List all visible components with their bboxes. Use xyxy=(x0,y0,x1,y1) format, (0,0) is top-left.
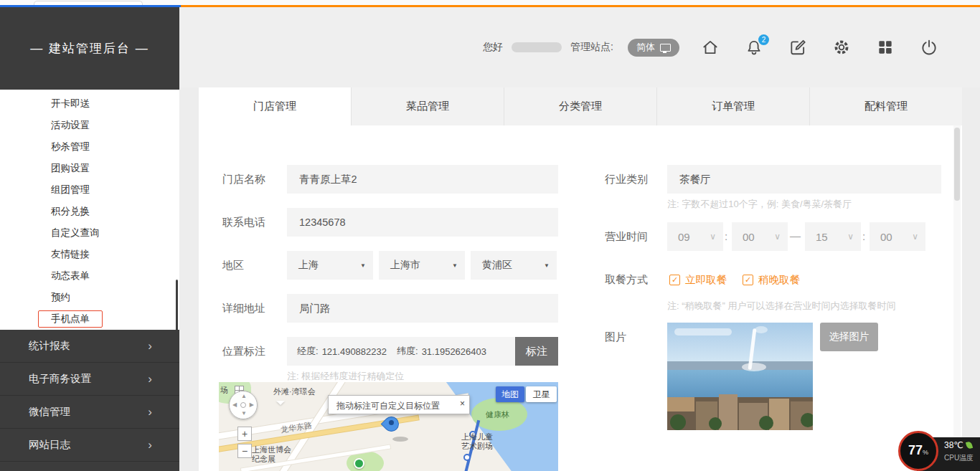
pan-center[interactable] xyxy=(240,402,246,408)
industry-input[interactable] xyxy=(667,165,941,194)
dropdown-arrow-icon: ▼ xyxy=(360,262,366,269)
pan-left-icon[interactable]: ◀ xyxy=(232,402,237,408)
pan-up-icon[interactable]: ▲ xyxy=(241,394,247,399)
city-select[interactable]: 上海市 ▼ xyxy=(379,251,465,280)
pickup-immediate-option[interactable]: ✓ 立即取餐 xyxy=(669,273,727,287)
tab-ingredient-management[interactable]: 配料管理 xyxy=(810,87,962,125)
chevron-right-icon: › xyxy=(148,396,152,428)
sidebar-group-wechat-management[interactable]: 微信管理 › xyxy=(0,396,179,429)
username-redacted xyxy=(512,42,562,52)
sidebar-item-mobile-ordering[interactable]: 手机点单 xyxy=(0,308,179,330)
photo-fountain-mist xyxy=(742,363,766,371)
industry-label: 行业类别 xyxy=(605,173,648,185)
sidebar-group-ecommerce-settings[interactable]: 电子商务设置 › xyxy=(0,363,179,396)
sidebar-group-site-logs[interactable]: 网站日志 › xyxy=(0,429,179,462)
sidebar-item-booking[interactable]: 预约 xyxy=(0,287,179,308)
tab-order-management[interactable]: 订单管理 xyxy=(657,87,810,125)
location-coordinates[interactable]: 经度: 121.490882232 纬度: 31.1952626403 xyxy=(287,337,515,366)
content-scrollbar-thumb[interactable] xyxy=(954,128,960,201)
store-image-preview xyxy=(667,323,813,430)
latitude-label: 纬度: xyxy=(397,345,418,358)
cpu-percent-value: 77 xyxy=(908,444,923,457)
language-selector[interactable]: 简体 xyxy=(628,39,679,57)
location-label: 位置标注 xyxy=(222,346,265,357)
tab-store-management[interactable]: 门店管理 xyxy=(199,87,352,125)
pan-down-icon[interactable]: ▼ xyxy=(241,411,247,417)
gear-icon[interactable] xyxy=(832,38,851,57)
pickup-later-label: 稍晚取餐 xyxy=(758,273,800,287)
location-note: 注: 根据经纬度进行精确定位 xyxy=(287,370,404,383)
app-title: — 建站管理后台 — xyxy=(0,7,179,90)
map-canvas[interactable]: 外滩·湾璟会 龙华东路 M 上海世博会 纪念展 上海儿童 艺术剧场 健康林 场 … xyxy=(219,382,558,471)
map-pan-control[interactable]: ▲ ▼ ◀ ▶ xyxy=(229,391,258,419)
pickup-later-option[interactable]: ✓ 稍晚取餐 xyxy=(743,273,800,287)
photo-cloud xyxy=(674,328,732,336)
pin-shadow xyxy=(392,437,408,442)
district-select[interactable]: 黄浦区 ▼ xyxy=(471,251,557,280)
address-input[interactable] xyxy=(287,294,558,323)
home-icon[interactable] xyxy=(701,38,720,57)
map-label-line: 纪念展 xyxy=(252,455,291,464)
city-value: 上海市 xyxy=(390,259,420,272)
sidebar-item-team-management[interactable]: 组团管理 xyxy=(0,179,179,201)
map-type-button[interactable]: 地图 xyxy=(496,386,524,402)
tab-category-management[interactable]: 分类管理 xyxy=(504,87,657,125)
store-name-input[interactable] xyxy=(287,165,558,194)
sidebar-item-friend-links[interactable]: 友情链接 xyxy=(0,244,179,265)
store-name-label: 门店名称 xyxy=(222,173,265,185)
tab-dish-management[interactable]: 菜品管理 xyxy=(352,87,504,125)
leaf-icon xyxy=(966,441,973,449)
sidebar-groups: 统计报表 › 电子商务设置 › 微信管理 › 网站日志 › xyxy=(0,330,179,462)
province-select[interactable]: 上海 ▼ xyxy=(287,251,373,280)
open-minute-select[interactable]: 00 ∨ xyxy=(732,222,788,251)
phone-input[interactable] xyxy=(287,208,558,237)
group-label: 微信管理 xyxy=(29,406,70,417)
sidebar-item-custom-query[interactable]: 自定义查询 xyxy=(0,222,179,244)
close-minute-value: 00 xyxy=(880,231,892,243)
sidebar-filler xyxy=(0,462,179,471)
power-icon[interactable] xyxy=(920,38,938,57)
map-label-park: 健康林 xyxy=(486,409,509,420)
sidebar-group-stats-report[interactable]: 统计报表 › xyxy=(0,330,179,363)
sidebar-item-card-gift[interactable]: 开卡即送 xyxy=(0,93,179,115)
pin-tooltip-text: 拖动标注可自定义目标位置 xyxy=(336,400,440,412)
active-item-box: 手机点单 xyxy=(38,310,103,328)
notification-badge: 2 xyxy=(758,34,769,45)
edit-icon[interactable] xyxy=(788,38,807,57)
map-label-line: 艺术剧场 xyxy=(461,442,493,451)
pan-right-icon[interactable]: ▶ xyxy=(250,402,254,408)
mark-location-button[interactable]: 标注 xyxy=(515,337,558,366)
photo-building xyxy=(719,394,738,430)
map-label-line: 上海世博会 xyxy=(252,445,291,455)
chevron-down-icon: ∨ xyxy=(774,232,781,242)
checkbox-checked-icon[interactable]: ✓ xyxy=(743,275,753,285)
map-label-theatre: 上海儿童 艺术剧场 xyxy=(461,432,493,451)
open-hour-select[interactable]: 09 ∨ xyxy=(667,222,723,251)
group-label: 网站日志 xyxy=(29,439,70,450)
time-colon: : xyxy=(725,230,727,242)
cpu-percent-sign: % xyxy=(923,449,928,456)
chevron-down-icon: ∨ xyxy=(912,232,918,242)
sidebar-item-groupbuy-settings[interactable]: 团购设置 xyxy=(0,158,179,179)
zoom-out-button[interactable]: − xyxy=(237,444,252,458)
cpu-usage-gauge[interactable]: 77 % xyxy=(898,431,938,471)
sidebar-item-dynamic-forms[interactable]: 动态表单 xyxy=(0,265,179,287)
cpu-widget[interactable]: 77 % 38℃ CPU温度 xyxy=(898,431,980,471)
checkbox-checked-icon[interactable]: ✓ xyxy=(669,275,680,285)
group-label: 电子商务设置 xyxy=(29,373,91,384)
photo-tree xyxy=(759,416,773,430)
satellite-type-button[interactable]: 卫星 xyxy=(526,386,557,402)
apps-grid-icon[interactable] xyxy=(876,38,895,57)
choose-image-button[interactable]: 选择图片 xyxy=(820,323,878,351)
sidebar-item-seckill-management[interactable]: 秒杀管理 xyxy=(0,136,179,158)
sidebar-item-points-exchange[interactable]: 积分兑换 xyxy=(0,201,179,222)
district-value: 黄浦区 xyxy=(482,259,512,272)
sidebar-item-activity-settings[interactable]: 活动设置 xyxy=(0,115,179,136)
close-icon[interactable]: × xyxy=(460,399,465,409)
photo-tree xyxy=(801,413,813,427)
notification-bell-icon[interactable]: 2 xyxy=(745,38,763,57)
language-label: 简体 xyxy=(636,41,655,54)
zoom-in-button[interactable]: + xyxy=(237,427,252,441)
close-minute-select[interactable]: 00 ∨ xyxy=(870,222,925,251)
close-hour-select[interactable]: 15 ∨ xyxy=(805,222,861,251)
